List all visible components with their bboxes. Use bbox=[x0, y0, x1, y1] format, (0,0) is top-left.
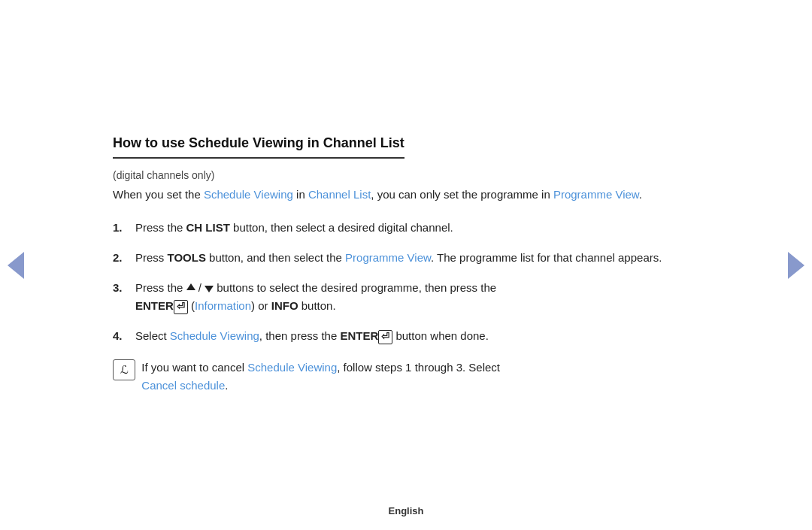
step-2-text: Press TOOLS button, and then select the … bbox=[135, 249, 699, 267]
note-link2: Cancel schedule bbox=[141, 379, 225, 392]
step-1-suffix: button, then select a desired digital ch… bbox=[230, 221, 453, 234]
note-prefix: If you want to cancel bbox=[141, 361, 247, 374]
step-3-end: button. bbox=[298, 299, 336, 312]
step-3-text: Press the / buttons to select the desire… bbox=[135, 279, 699, 315]
intro-link1: Schedule Viewing bbox=[204, 188, 293, 201]
note-text: If you want to cancel Schedule Viewing, … bbox=[141, 359, 699, 395]
intro-link2: Channel List bbox=[308, 188, 371, 201]
enter-icon: ⏎ bbox=[174, 300, 188, 314]
note-item: ℒ If you want to cancel Schedule Viewing… bbox=[113, 359, 699, 395]
intro-part3: , you can only set the programme in bbox=[371, 188, 553, 201]
step-3-bold2: INFO bbox=[271, 299, 298, 312]
step-4-enter: ENTER bbox=[340, 329, 378, 342]
step-2-bold: TOOLS bbox=[168, 251, 206, 264]
intro-link3: Programme View bbox=[553, 188, 639, 201]
step-2-suffix: . The programme list for that channel ap… bbox=[431, 251, 662, 264]
intro-part4: . bbox=[639, 188, 642, 201]
step-4-number: 4. bbox=[113, 327, 135, 345]
subtitle: (digital channels only) bbox=[113, 169, 699, 181]
content-area: How to use Schedule Viewing in Channel L… bbox=[98, 113, 714, 417]
nav-arrow-right[interactable] bbox=[788, 252, 804, 279]
note-middle: , follow steps 1 through 3. Select bbox=[337, 361, 500, 374]
note-icon: ℒ bbox=[113, 359, 135, 380]
intro-part1: When you set the bbox=[113, 188, 204, 201]
step-1-prefix: Press the bbox=[135, 221, 186, 234]
step-2-link: Programme View bbox=[345, 251, 431, 264]
step-4-prefix: Select bbox=[135, 329, 170, 342]
step-3-number: 3. bbox=[113, 279, 135, 297]
step-2-prefix: Press bbox=[135, 251, 168, 264]
step-4-middle: , then press the bbox=[259, 329, 341, 342]
step-1-number: 1. bbox=[113, 219, 135, 237]
step-3-link: Information bbox=[195, 299, 251, 312]
note-suffix: . bbox=[225, 379, 228, 392]
nav-arrow-left[interactable] bbox=[8, 252, 24, 279]
note-link1: Schedule Viewing bbox=[247, 361, 337, 374]
main-container: How to use Schedule Viewing in Channel L… bbox=[0, 0, 812, 530]
intro-text: When you set the Schedule Viewing in Cha… bbox=[113, 186, 699, 204]
steps-list: 1. Press the CH LIST button, then select… bbox=[113, 219, 699, 345]
step-1: 1. Press the CH LIST button, then select… bbox=[113, 219, 699, 237]
step-4-text: Select Schedule Viewing, then press the … bbox=[135, 327, 699, 345]
step-2-number: 2. bbox=[113, 249, 135, 267]
step-3-prefix: Press the bbox=[135, 281, 186, 294]
step-4: 4. Select Schedule Viewing, then press t… bbox=[113, 327, 699, 345]
step-1-text: Press the CH LIST button, then select a … bbox=[135, 219, 699, 237]
step-1-bold: CH LIST bbox=[186, 221, 230, 234]
step-2: 2. Press TOOLS button, and then select t… bbox=[113, 249, 699, 267]
page-title: How to use Schedule Viewing in Channel L… bbox=[113, 135, 404, 159]
step-3-middle2: ( bbox=[188, 299, 195, 312]
step-3: 3. Press the / buttons to select the des… bbox=[113, 279, 699, 315]
triangle-down-icon bbox=[205, 286, 214, 292]
step-3-suffix: ) or bbox=[251, 299, 271, 312]
step-2-middle: button, and then select the bbox=[206, 251, 345, 264]
step-3-middle: buttons to select the desired programme,… bbox=[214, 281, 496, 294]
step-4-enter-icon: ⏎ bbox=[378, 330, 392, 344]
intro-part2: in bbox=[293, 188, 308, 201]
step-4-suffix: button when done. bbox=[392, 329, 489, 342]
step-4-link: Schedule Viewing bbox=[170, 329, 259, 342]
footer-language: English bbox=[0, 505, 812, 516]
step-3-enter: ENTER bbox=[135, 299, 174, 312]
triangle-up-icon bbox=[186, 283, 195, 290]
